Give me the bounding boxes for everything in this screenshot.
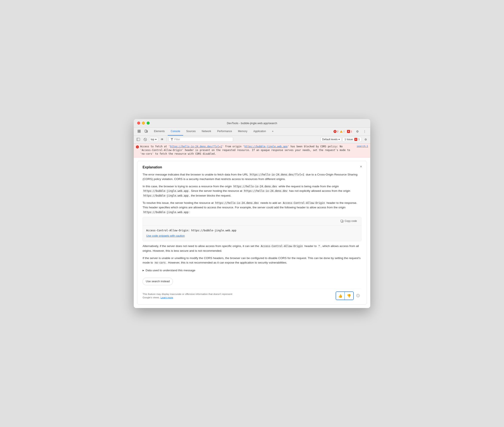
custom-formatters-icon[interactable]: 👁 bbox=[159, 137, 165, 142]
sidebar-toggle-icon[interactable] bbox=[135, 137, 141, 142]
maximize-button[interactable] bbox=[147, 122, 150, 125]
console-toolbar: top ▾ 👁 Filter Default levels ▾ 1 Issue:… bbox=[134, 136, 370, 144]
error-icon: ✕ bbox=[333, 130, 337, 133]
info-badge: ✕ 1 bbox=[346, 130, 353, 133]
tab-icons bbox=[134, 129, 151, 134]
device-toolbar-icon[interactable] bbox=[143, 129, 149, 134]
filter-icon bbox=[171, 138, 173, 141]
explanation-para-5: If the server is unable or unwilling to … bbox=[142, 256, 362, 265]
tab-right-badges: ✕ 2 ! 1 ✕ 1 ⚙ ⋮ bbox=[333, 129, 370, 134]
clear-console-icon[interactable] bbox=[142, 137, 148, 142]
svg-line-12 bbox=[144, 139, 146, 140]
filter-input[interactable]: Filter bbox=[169, 137, 233, 142]
explanation-footer: This feature may display inaccurate or o… bbox=[142, 289, 362, 300]
tab-memory[interactable]: Memory bbox=[235, 127, 250, 136]
error-url2-link[interactable]: https://bubble-jingle.web.app bbox=[244, 145, 288, 148]
devtools-window: DevTools - bubble-jingle.web.app/search … bbox=[134, 119, 370, 308]
console-content: ✕ Access to fetch at 'https://hello-io-2… bbox=[134, 144, 370, 308]
explanation-para-3: To resolve this issue, the server hostin… bbox=[142, 201, 362, 214]
toolbar-separator bbox=[167, 137, 167, 142]
explanation-para-4: Alternatively, if the server does not ne… bbox=[142, 244, 362, 253]
svg-rect-5 bbox=[146, 132, 146, 132]
data-section-toggle[interactable]: ▶ Data used to understand this message bbox=[142, 268, 362, 273]
devtools-main: Elements Console Sources Network Perform… bbox=[134, 128, 370, 308]
toolbar-right: Default levels ▾ 1 Issue: ✕ 1 ⚙ bbox=[321, 137, 369, 142]
svg-rect-9 bbox=[137, 138, 140, 141]
copy-icon bbox=[341, 220, 344, 223]
chevron-down-icon: ▾ bbox=[339, 138, 340, 141]
svg-text:!: ! bbox=[341, 131, 341, 133]
use-search-button[interactable]: Use search instead bbox=[142, 275, 362, 285]
explanation-para-2: In this case, the browser is trying to a… bbox=[142, 184, 362, 198]
inspect-icon[interactable] bbox=[136, 129, 142, 134]
explanation-title: Explanation bbox=[142, 165, 362, 169]
tab-network[interactable]: Network bbox=[199, 127, 214, 136]
tab-sources[interactable]: Sources bbox=[183, 127, 199, 136]
error-source-link[interactable]: search:1 bbox=[357, 145, 368, 148]
tab-more[interactable]: » bbox=[269, 127, 276, 136]
titlebar: DevTools - bubble-jingle.web.app/search bbox=[134, 119, 370, 128]
error-badge: ✕ 2 bbox=[333, 130, 339, 133]
data-section: ▶ Data used to understand this message bbox=[142, 268, 362, 273]
tab-elements[interactable]: Elements bbox=[151, 127, 168, 136]
code-block: Copy code Access-Control-Allow-Origin: h… bbox=[142, 217, 362, 241]
svg-rect-10 bbox=[138, 138, 138, 141]
svg-marker-13 bbox=[171, 138, 173, 141]
copy-code-button[interactable]: Copy code bbox=[339, 218, 359, 224]
svg-rect-1 bbox=[138, 131, 139, 132]
cors-error-row: ✕ Access to fetch at 'https://hello-io-2… bbox=[134, 144, 370, 157]
error-url1-link[interactable]: https://hello-io-24.deno.dev/?lvl=1 bbox=[170, 145, 222, 148]
svg-rect-3 bbox=[139, 131, 140, 132]
code-caution-link[interactable]: Use code snippets with caution bbox=[146, 234, 185, 238]
log-levels-dropdown[interactable]: Default levels ▾ bbox=[321, 137, 341, 142]
minimize-button[interactable] bbox=[142, 122, 145, 125]
code-block-header: Copy code bbox=[143, 217, 361, 225]
tab-application[interactable]: Application bbox=[250, 127, 269, 136]
explanation-body: The error message indicates that the bro… bbox=[142, 172, 362, 285]
tabs: Elements Console Sources Network Perform… bbox=[151, 127, 333, 136]
tab-performance[interactable]: Performance bbox=[214, 127, 235, 136]
use-search-btn[interactable]: Use search instead bbox=[142, 278, 173, 285]
traffic-lights bbox=[137, 122, 150, 125]
footer-disclaimer: This feature may display inaccurate or o… bbox=[142, 292, 233, 299]
svg-rect-2 bbox=[139, 130, 140, 131]
info-err-icon: ✕ bbox=[347, 130, 350, 133]
svg-rect-0 bbox=[138, 130, 139, 131]
console-settings-icon[interactable]: ⚙ bbox=[363, 137, 369, 142]
explanation-card: Explanation × The error message indicate… bbox=[137, 161, 367, 305]
top-frame-selector[interactable]: top ▾ bbox=[149, 137, 158, 142]
svg-rect-15 bbox=[341, 220, 343, 222]
issues-badge[interactable]: 1 Issue: ✕ 1 bbox=[343, 137, 362, 142]
code-block-body: Access-Control-Allow-Origin: https://bub… bbox=[143, 226, 361, 241]
feedback-info-button[interactable]: ⓘ bbox=[354, 292, 362, 299]
error-circle-icon: ✕ bbox=[136, 145, 139, 148]
issue-err-icon: ✕ bbox=[354, 138, 357, 141]
feedback-buttons: 👍 👎 ⓘ bbox=[336, 291, 362, 300]
learn-more-link[interactable]: Learn more bbox=[160, 296, 173, 299]
triangle-right-icon: ▶ bbox=[142, 269, 144, 272]
window-title: DevTools - bubble-jingle.web.app/search bbox=[227, 122, 277, 125]
feedback-btn-group: 👍 👎 bbox=[336, 291, 354, 300]
code-snippet-text: Access-Control-Allow-Origin: https://bub… bbox=[146, 229, 358, 232]
explanation-para-1: The error message indicates that the bro… bbox=[142, 172, 362, 182]
thumbs-down-button[interactable]: 👎 bbox=[345, 292, 353, 300]
tab-bar: Elements Console Sources Network Perform… bbox=[134, 128, 370, 136]
warn-triangle-icon: ! bbox=[340, 130, 343, 133]
tab-console[interactable]: Console bbox=[168, 127, 183, 136]
chevron-down-icon: ▾ bbox=[155, 138, 157, 141]
thumbs-up-button[interactable]: 👍 bbox=[336, 292, 345, 300]
close-explanation-button[interactable]: × bbox=[358, 164, 364, 169]
close-button[interactable] bbox=[137, 122, 140, 125]
error-message-text: Access to fetch at 'https://hello-io-24.… bbox=[140, 145, 355, 156]
settings-icon[interactable]: ⚙ bbox=[354, 129, 360, 134]
svg-rect-6 bbox=[147, 130, 148, 132]
more-options-icon[interactable]: ⋮ bbox=[362, 129, 368, 134]
warn-badge: ! 1 bbox=[340, 130, 345, 133]
